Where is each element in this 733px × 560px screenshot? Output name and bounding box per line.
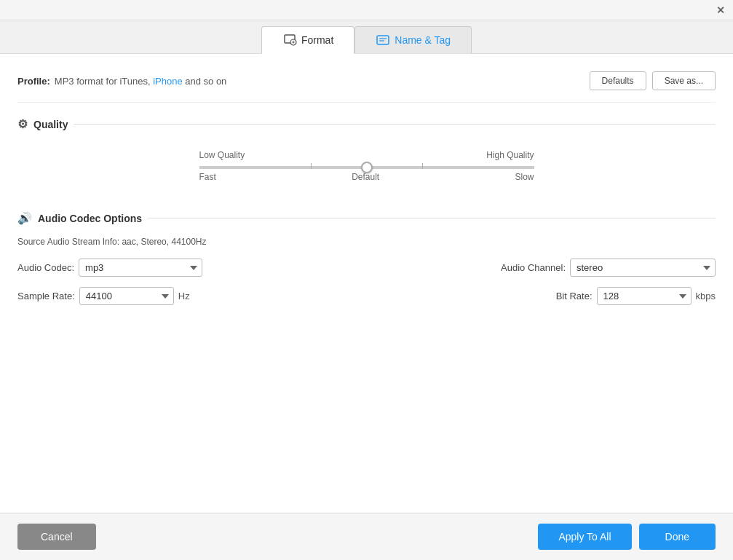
- samplerate-unit: Hz: [178, 291, 190, 301]
- tab-name-tag[interactable]: Name & Tag: [354, 26, 472, 53]
- default-label: Default: [352, 172, 379, 182]
- profile-row: Profile: MP3 format for iTunes, iPhone a…: [17, 66, 716, 103]
- codec-select[interactable]: mp3 aac flac wav: [79, 259, 202, 277]
- tab-nametag-label: Name & Tag: [395, 34, 451, 46]
- tab-bar: Format Name & Tag: [0, 20, 733, 54]
- channel-label: Audio Channel:: [501, 262, 566, 273]
- channel-group: Audio Channel: stereo mono 5.1: [501, 259, 716, 277]
- quality-labels-bottom: Fast Default Slow: [199, 172, 534, 182]
- audio-codec-section-header: 🔊 Audio Codec Options: [17, 211, 716, 225]
- footer: Cancel Apply To All Done: [0, 513, 733, 560]
- samplerate-group: Sample Rate: 44100 22050 48000 96000 Hz: [17, 287, 190, 305]
- nametag-icon: [376, 33, 390, 47]
- samplerate-bitrate-row: Sample Rate: 44100 22050 48000 96000 Hz …: [17, 287, 716, 305]
- low-quality-label: Low Quality: [199, 150, 245, 160]
- tab-format[interactable]: Format: [261, 26, 354, 54]
- svg-rect-4: [377, 36, 389, 44]
- save-as-button[interactable]: Save as...: [652, 71, 716, 90]
- slider-tick-1: [311, 163, 312, 169]
- bitrate-select[interactable]: 128 64 192 256 320: [597, 287, 692, 305]
- fast-label: Fast: [199, 172, 216, 182]
- source-info: Source Audio Stream Info: aac, Stereo, 4…: [17, 237, 716, 247]
- quality-slider-container: Low Quality High Quality Fast Default Sl…: [17, 143, 716, 197]
- quality-title: Quality: [33, 119, 68, 130]
- profile-info: Profile: MP3 format for iTunes, iPhone a…: [17, 76, 226, 87]
- bitrate-unit: kbps: [696, 291, 716, 301]
- samplerate-select[interactable]: 44100 22050 48000 96000: [79, 287, 174, 305]
- audio-codec-title: Audio Codec Options: [38, 213, 142, 224]
- codec-label: Audio Codec:: [17, 262, 74, 273]
- close-button[interactable]: ✕: [714, 4, 727, 17]
- footer-right: Apply To All Done: [538, 524, 716, 550]
- speaker-icon: 🔊: [17, 211, 32, 225]
- slow-label: Slow: [515, 172, 534, 182]
- tab-format-label: Format: [301, 34, 333, 46]
- slider-tick-2: [422, 163, 423, 169]
- high-quality-label: High Quality: [486, 150, 534, 160]
- profile-label: Profile:: [17, 76, 50, 87]
- quality-section-header: ⚙ Quality: [17, 117, 716, 131]
- codec-channel-row: Audio Codec: mp3 aac flac wav Audio Chan…: [17, 259, 716, 277]
- gear-icon: ⚙: [17, 117, 28, 131]
- format-icon: [282, 33, 297, 47]
- main-content: Profile: MP3 format for iTunes, iPhone a…: [0, 54, 733, 513]
- quality-labels-top: Low Quality High Quality: [199, 150, 534, 160]
- cancel-button[interactable]: Cancel: [17, 524, 96, 550]
- profile-buttons: Defaults Save as...: [590, 71, 716, 90]
- bitrate-group: Bit Rate: 128 64 192 256 320 kbps: [556, 287, 716, 305]
- done-button[interactable]: Done: [639, 524, 716, 550]
- slider-ticks: [199, 163, 534, 169]
- title-bar: ✕: [0, 0, 733, 20]
- samplerate-label: Sample Rate:: [17, 291, 75, 301]
- profile-value: MP3 format for iTunes, iPhone and so on: [55, 76, 227, 87]
- slider-wrapper: [199, 163, 534, 169]
- bitrate-label: Bit Rate:: [556, 291, 593, 301]
- audio-codec-section: 🔊 Audio Codec Options Source Audio Strea…: [17, 211, 716, 305]
- channel-select[interactable]: stereo mono 5.1: [570, 259, 716, 277]
- apply-to-all-button[interactable]: Apply To All: [538, 524, 631, 550]
- codec-group: Audio Codec: mp3 aac flac wav: [17, 259, 202, 277]
- defaults-button[interactable]: Defaults: [590, 71, 646, 90]
